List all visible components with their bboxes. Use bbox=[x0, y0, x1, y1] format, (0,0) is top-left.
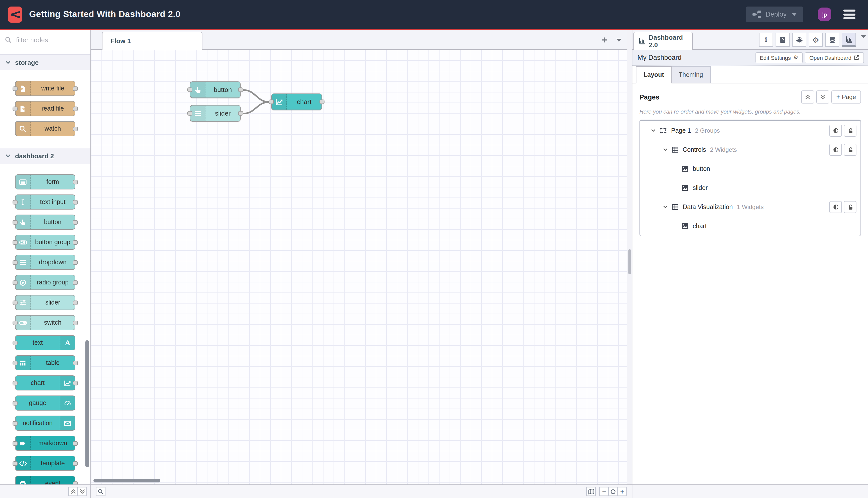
node-port[interactable] bbox=[73, 106, 78, 111]
canvas-node-chart[interactable]: chart bbox=[271, 93, 322, 110]
tab-dashboard-2[interactable]: Dashboard 2.0 bbox=[633, 32, 693, 50]
lock-toggle-button[interactable] bbox=[844, 144, 856, 156]
node-port[interactable] bbox=[73, 87, 78, 91]
palette-node-form[interactable]: form bbox=[15, 174, 75, 189]
category-header-storage[interactable]: storage bbox=[0, 54, 90, 70]
node-port[interactable] bbox=[73, 361, 78, 365]
palette-node-dropdown[interactable]: dropdown bbox=[15, 255, 75, 270]
open-dashboard-button[interactable]: Open Dashboard bbox=[805, 52, 864, 63]
palette-node-radio-group[interactable]: radio group bbox=[15, 275, 75, 290]
node-port[interactable] bbox=[13, 381, 17, 385]
palette-node-table[interactable]: table bbox=[15, 355, 75, 370]
palette-scroll-area[interactable]: storage write file read file bbox=[0, 50, 90, 484]
info-tab-button[interactable]: i bbox=[759, 32, 773, 47]
visibility-toggle-button[interactable] bbox=[829, 144, 842, 156]
node-port[interactable] bbox=[73, 260, 78, 265]
palette-node-chart[interactable]: chart bbox=[15, 376, 75, 391]
canvas-node-button[interactable]: button bbox=[190, 81, 241, 98]
visibility-toggle-button[interactable] bbox=[829, 124, 842, 136]
node-port[interactable] bbox=[13, 220, 17, 225]
tree-row-widget-button[interactable]: button bbox=[640, 159, 860, 179]
palette-node-gauge[interactable]: gauge bbox=[15, 395, 75, 410]
node-port[interactable] bbox=[13, 240, 17, 245]
node-port[interactable] bbox=[73, 180, 78, 184]
debug-tab-button[interactable] bbox=[792, 32, 806, 47]
deploy-caret-icon[interactable] bbox=[792, 13, 797, 16]
tab-theming[interactable]: Theming bbox=[671, 66, 710, 83]
node-port[interactable] bbox=[73, 381, 78, 385]
zoom-in-button[interactable]: + bbox=[617, 487, 627, 496]
palette-node-markdown[interactable]: markdown bbox=[15, 436, 75, 451]
node-port[interactable] bbox=[13, 461, 17, 466]
palette-node-template[interactable]: template bbox=[15, 456, 75, 471]
visibility-toggle-button[interactable] bbox=[829, 201, 842, 213]
collapse-all-button[interactable] bbox=[801, 90, 814, 104]
chevron-down-icon[interactable] bbox=[651, 129, 655, 132]
palette-node-slider[interactable]: slider bbox=[15, 295, 75, 310]
node-port[interactable] bbox=[73, 461, 78, 466]
help-tab-button[interactable] bbox=[776, 32, 790, 47]
palette-node-switch[interactable]: switch bbox=[15, 315, 75, 330]
palette-node-watch[interactable]: watch bbox=[15, 121, 75, 136]
node-port[interactable] bbox=[73, 127, 78, 131]
deploy-button[interactable]: Deploy bbox=[746, 6, 803, 22]
palette-scrollbar[interactable] bbox=[85, 340, 89, 467]
lock-toggle-button[interactable] bbox=[844, 201, 856, 213]
flow-list-caret-icon[interactable] bbox=[616, 38, 622, 41]
sidebar-menu-caret-icon[interactable] bbox=[861, 38, 866, 47]
canvas-node-slider[interactable]: slider bbox=[190, 105, 241, 122]
node-port[interactable] bbox=[319, 100, 324, 104]
add-page-button[interactable]: + Page bbox=[831, 90, 861, 104]
node-port[interactable] bbox=[73, 320, 78, 325]
chevron-down-icon[interactable] bbox=[663, 206, 668, 209]
palette-node-button[interactable]: button bbox=[15, 214, 75, 230]
tree-row-page-1[interactable]: Page 1 2 Groups bbox=[640, 121, 860, 140]
context-tab-button[interactable] bbox=[825, 32, 839, 47]
edit-settings-button[interactable]: Edit Settings ⚙ bbox=[755, 52, 803, 63]
node-port[interactable] bbox=[73, 280, 78, 285]
palette-collapse-all-button[interactable] bbox=[68, 487, 78, 496]
node-port[interactable] bbox=[13, 87, 17, 91]
node-port[interactable] bbox=[73, 301, 78, 305]
node-port[interactable] bbox=[13, 401, 17, 406]
node-port[interactable] bbox=[13, 421, 17, 425]
tree-row-widget-slider[interactable]: slider bbox=[640, 179, 860, 197]
palette-node-notification[interactable]: notification bbox=[15, 416, 75, 431]
lock-toggle-button[interactable] bbox=[844, 124, 856, 136]
add-flow-icon[interactable]: + bbox=[602, 35, 607, 45]
node-port[interactable] bbox=[187, 111, 192, 116]
node-port[interactable] bbox=[13, 301, 17, 305]
palette-node-event[interactable]: event bbox=[15, 476, 75, 484]
tab-flow-1[interactable]: Flow 1 bbox=[102, 32, 202, 50]
tab-layout[interactable]: Layout bbox=[636, 66, 671, 83]
node-port[interactable] bbox=[13, 320, 17, 325]
navigator-map-button[interactable] bbox=[586, 487, 596, 496]
canvas-vertical-scrollbar[interactable] bbox=[628, 249, 631, 274]
palette-expand-all-button[interactable] bbox=[77, 487, 87, 496]
tree-row-widget-chart[interactable]: chart bbox=[640, 217, 860, 236]
avatar[interactable]: jp bbox=[818, 8, 831, 21]
palette-node-write-file[interactable]: write file bbox=[15, 81, 75, 96]
node-port[interactable] bbox=[73, 482, 78, 484]
node-port[interactable] bbox=[13, 280, 17, 285]
tree-row-group-data-visualization[interactable]: Data Visualization 1 Widgets bbox=[640, 197, 860, 217]
canvas-grid[interactable]: button slider chart bbox=[91, 50, 627, 484]
palette-filter-input[interactable] bbox=[15, 36, 80, 44]
palette-node-text-input[interactable]: text input bbox=[15, 195, 75, 210]
node-port[interactable] bbox=[73, 220, 78, 225]
node-port[interactable] bbox=[238, 111, 243, 116]
category-header-dashboard2[interactable]: dashboard 2 bbox=[0, 148, 90, 164]
palette-node-read-file[interactable]: read file bbox=[15, 101, 75, 116]
node-port[interactable] bbox=[13, 341, 17, 345]
palette-node-text[interactable]: A text bbox=[15, 335, 75, 350]
node-port[interactable] bbox=[13, 260, 17, 265]
node-port[interactable] bbox=[73, 200, 78, 205]
zoom-reset-button[interactable] bbox=[608, 487, 618, 496]
node-port[interactable] bbox=[187, 88, 192, 92]
canvas-horizontal-scrollbar[interactable] bbox=[93, 479, 160, 482]
canvas-search-button[interactable] bbox=[96, 487, 106, 496]
node-port[interactable] bbox=[13, 200, 17, 205]
menu-icon[interactable] bbox=[843, 10, 855, 19]
zoom-out-button[interactable]: − bbox=[599, 487, 609, 496]
node-port[interactable] bbox=[13, 361, 17, 365]
